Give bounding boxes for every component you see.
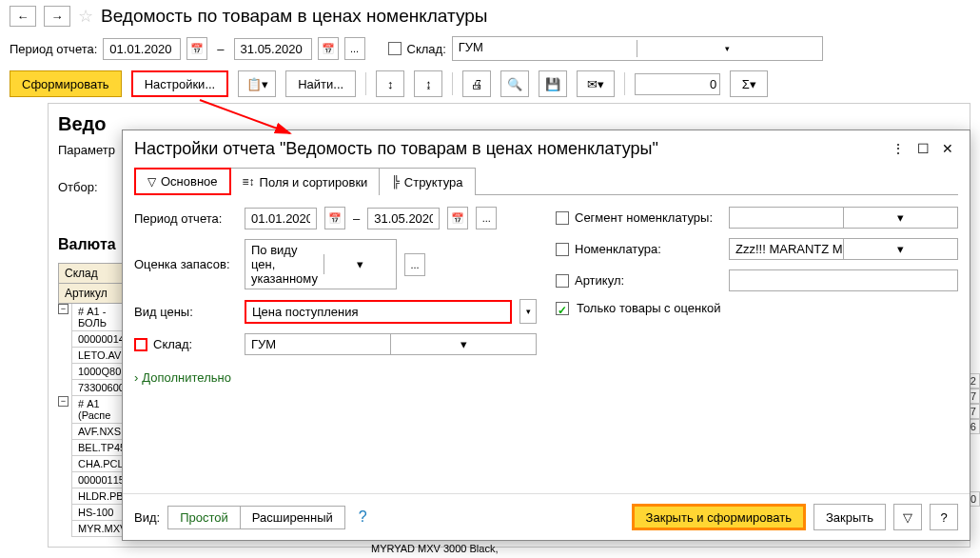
help-button[interactable]: ? xyxy=(930,504,958,530)
warehouse-checkbox[interactable] xyxy=(388,42,402,55)
stock-eval-select[interactable]: По виду цен, указанному▾ xyxy=(245,239,397,289)
warehouse-checkbox[interactable] xyxy=(134,338,147,351)
sort-icon: ≡↕ xyxy=(243,175,255,189)
view-simple-button[interactable]: Простой xyxy=(168,507,240,528)
tab-structure[interactable]: ╠Структура xyxy=(379,168,475,195)
tree-toggle[interactable]: − xyxy=(58,396,69,407)
page-title: Ведомость по товарам в ценах номенклатур… xyxy=(101,6,487,27)
warehouse-label: Склад: xyxy=(407,42,446,56)
more-link[interactable]: ›Дополнительно xyxy=(134,370,231,385)
calendar-icon[interactable]: 📅 xyxy=(447,207,468,229)
back-button[interactable]: ← xyxy=(10,6,36,27)
price-type-label: Вид цены: xyxy=(134,305,237,319)
help-icon[interactable]: ? xyxy=(359,508,367,526)
bottom-partial-text: MYRYAD MXV 3000 Black, xyxy=(371,543,498,554)
settings-dialog: Настройки отчета "Ведомость по товарам в… xyxy=(122,130,970,541)
th-article: Артикул xyxy=(58,283,125,304)
chevron-right-icon: › xyxy=(134,370,138,385)
forward-button[interactable]: → xyxy=(44,6,70,27)
clipboard-dropdown-button[interactable]: 📋▾ xyxy=(238,70,276,97)
filter-icon[interactable]: ▽ xyxy=(893,504,922,530)
dialog-title: Настройки отчета "Ведомость по товарам в… xyxy=(134,139,884,159)
tree-toggle[interactable]: − xyxy=(58,304,69,314)
warehouse-select[interactable]: ГУМ ▾ xyxy=(452,36,823,61)
only-valued-label: Только товары с оценкой xyxy=(577,301,721,315)
tab-fields[interactable]: ≡↕Поля и сортировки xyxy=(230,168,381,195)
chevron-down-icon[interactable]: ▾ xyxy=(390,334,536,354)
tree-icon: ╠ xyxy=(391,175,400,189)
chevron-down-icon[interactable]: ▾ xyxy=(843,239,957,259)
article-checkbox[interactable] xyxy=(556,274,569,288)
close-button[interactable]: Закрыть xyxy=(813,504,886,530)
save-icon[interactable]: 💾 xyxy=(539,70,567,97)
article-input[interactable] xyxy=(729,269,958,291)
nomenclature-checkbox[interactable] xyxy=(556,243,569,256)
tab-main[interactable]: ▽Основное xyxy=(134,168,231,195)
stock-eval-label: Оценка запасов: xyxy=(134,257,237,271)
dlg-date-from[interactable] xyxy=(245,208,317,229)
dlg-period-label: Период отчета: xyxy=(134,211,237,226)
chevron-down-icon[interactable]: ▾ xyxy=(519,299,537,324)
date-to-input[interactable] xyxy=(234,38,312,60)
currency-label: Валюта xyxy=(58,236,116,253)
preview-icon[interactable]: 🔍 xyxy=(500,70,529,97)
params-label: Параметр xyxy=(58,143,129,157)
calendar-icon[interactable]: 📅 xyxy=(324,207,345,229)
chevron-down-icon[interactable]: ▾ xyxy=(637,40,816,57)
maximize-icon[interactable]: ☐ xyxy=(912,138,933,159)
only-valued-checkbox[interactable] xyxy=(556,302,569,315)
more-menu-icon[interactable]: ⋮ xyxy=(888,138,909,159)
filter-label: Отбор: xyxy=(58,180,129,194)
segment-label: Сегмент номенклатуры: xyxy=(575,210,713,225)
article-label: Артикул: xyxy=(575,273,624,288)
date-to-calendar-icon[interactable]: 📅 xyxy=(318,37,339,60)
nomenclature-select[interactable]: Zzz!!! MARANTZ M-CR 611 Black▾ xyxy=(729,238,958,260)
chevron-down-icon[interactable]: ▾ xyxy=(843,208,957,228)
view-advanced-button[interactable]: Расширенный xyxy=(240,507,344,528)
close-icon[interactable]: ✕ xyxy=(937,138,958,159)
period-more[interactable]: ... xyxy=(476,207,497,229)
view-label: Вид: xyxy=(134,510,160,525)
dlg-warehouse-select[interactable]: ГУМ▾ xyxy=(245,333,537,355)
date-from-calendar-icon[interactable]: 📅 xyxy=(186,37,207,60)
dlg-warehouse-label: Склад: xyxy=(153,337,192,351)
date-dash: – xyxy=(217,42,224,56)
expand-button[interactable]: ↕ xyxy=(376,70,404,97)
generate-button[interactable]: Сформировать xyxy=(10,70,122,97)
print-icon[interactable]: 🖨 xyxy=(462,70,491,97)
stock-eval-more[interactable]: ... xyxy=(404,253,425,276)
segment-select[interactable]: ▾ xyxy=(729,207,958,229)
nomenclature-label: Номенклатура: xyxy=(575,242,661,256)
collapse-button[interactable]: ↨ xyxy=(414,70,442,97)
favorite-star-icon[interactable]: ☆ xyxy=(78,6,93,27)
view-toggle: Простой Расширенный xyxy=(167,506,345,529)
find-button[interactable]: Найти... xyxy=(285,70,356,97)
segment-checkbox[interactable] xyxy=(556,211,569,225)
period-more-button[interactable]: ... xyxy=(344,37,365,60)
close-generate-button[interactable]: Закрыть и сформировать xyxy=(632,504,806,530)
mail-dropdown-button[interactable]: ✉▾ xyxy=(577,70,615,97)
number-input[interactable] xyxy=(635,73,720,95)
funnel-icon: ▽ xyxy=(147,175,156,189)
dlg-date-to[interactable] xyxy=(367,208,440,229)
period-label: Период отчета: xyxy=(10,42,97,56)
chevron-down-icon[interactable]: ▾ xyxy=(323,254,396,274)
date-from-input[interactable] xyxy=(103,38,181,60)
settings-button[interactable]: Настройки... xyxy=(131,70,229,97)
price-type-select[interactable]: Цена поступления xyxy=(245,300,512,324)
sigma-dropdown-button[interactable]: Σ▾ xyxy=(730,70,768,97)
th-warehouse: Склад xyxy=(58,263,125,284)
